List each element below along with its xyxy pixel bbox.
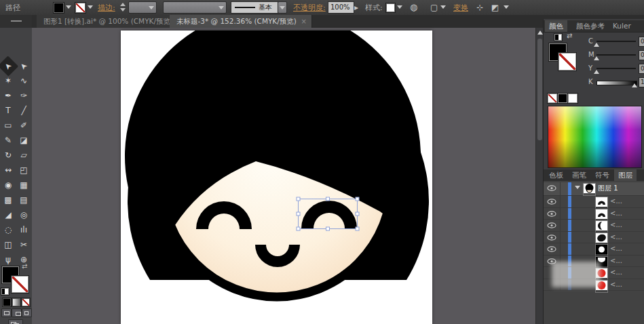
slider-value[interactable]: 0 (639, 50, 644, 60)
layer-label[interactable]: <... (610, 281, 622, 288)
select-similar-dropdown-icon[interactable] (440, 5, 446, 9)
visibility-cell[interactable] (544, 182, 561, 195)
layer-label[interactable]: <... (610, 209, 622, 217)
artboard-tool[interactable]: ◫ (1, 238, 16, 252)
perspective-grid-tool[interactable]: ▦ (16, 178, 31, 193)
layer-thumbnail[interactable] (583, 183, 596, 196)
fill-dropdown-icon[interactable] (66, 5, 71, 9)
column-graph-tool[interactable]: ılı (16, 223, 31, 237)
slider-track[interactable] (596, 54, 636, 56)
slider-value[interactable]: 100 (639, 77, 644, 87)
layer-item-row[interactable]: <... (544, 232, 644, 244)
blend-tool[interactable]: ◎ (16, 208, 31, 222)
magic-wand-tool[interactable]: ✶ (1, 74, 16, 88)
style-swatch[interactable] (385, 3, 396, 13)
slider-track[interactable] (596, 41, 636, 42)
expand-triangle-icon[interactable] (575, 186, 580, 189)
layer-label[interactable]: 图层 1 (598, 184, 618, 193)
stroke-swatch[interactable] (12, 276, 29, 293)
slice-tool[interactable]: ✂ (16, 238, 31, 252)
opacity-expand-arrow[interactable]: ▸ (354, 2, 358, 13)
slider-knob[interactable] (594, 70, 599, 74)
transform-link[interactable]: 变换 (453, 3, 468, 13)
paintbrush-tool[interactable]: ✐ (16, 119, 31, 133)
select-similar-icon[interactable]: ▢ (430, 2, 438, 13)
tab-color[interactable]: 颜色 (545, 20, 567, 32)
layer-item-row[interactable]: <... (544, 208, 644, 220)
stroke-weight-select[interactable] (128, 1, 157, 14)
opacity-link[interactable]: 不透明度: (293, 3, 326, 13)
draw-behind-button[interactable] (12, 308, 22, 317)
screen-mode-button[interactable] (8, 319, 23, 324)
isolate-icon[interactable]: ◩ (491, 2, 499, 13)
layer-row[interactable]: 图层 1 (544, 182, 644, 196)
tab-color-guide[interactable]: 颜色参考 (572, 20, 609, 32)
lasso-tool[interactable]: ∿ (16, 74, 31, 88)
visibility-cell[interactable] (544, 232, 561, 243)
brush-dropdown-button[interactable] (278, 1, 287, 14)
slider-knob[interactable] (632, 83, 637, 87)
none-button[interactable] (21, 298, 31, 307)
line-segment-tool[interactable]: ╱ (16, 104, 31, 118)
draw-normal-button[interactable] (1, 308, 12, 317)
scale-tool[interactable]: ▱ (16, 148, 31, 163)
recolor-artwork-icon[interactable]: ◍ (410, 2, 417, 13)
layer-label[interactable]: <... (610, 233, 622, 241)
opacity-input[interactable]: 100% (328, 1, 354, 14)
layer-item-row[interactable]: <... (544, 243, 644, 256)
document-tab-2[interactable]: 未标题-3* @ 152.36% (CMYK/预览) × (170, 15, 312, 28)
color-button[interactable] (2, 298, 12, 307)
tab-kuler[interactable]: Kuler (609, 20, 635, 32)
scrollbar-thumb[interactable] (537, 39, 542, 140)
brush-definition-box[interactable]: 基本 (231, 1, 278, 14)
slider-value[interactable]: 0 (639, 37, 644, 47)
width-tool[interactable]: ↭ (1, 163, 16, 178)
layer-item-row[interactable]: <... (544, 220, 644, 232)
scroll-up-icon[interactable] (537, 31, 543, 35)
layer-label[interactable]: <... (610, 257, 622, 264)
curvature-pen-tool[interactable]: ✑ (16, 89, 31, 103)
layer-label[interactable]: <... (610, 197, 622, 205)
slider-track[interactable] (596, 68, 636, 69)
visibility-cell[interactable] (544, 243, 561, 255)
gradient-tool[interactable]: ▤ (16, 193, 31, 207)
artwork-canvas[interactable] (121, 31, 432, 324)
layer-label[interactable]: <... (610, 268, 622, 276)
draw-inside-button[interactable] (22, 308, 32, 317)
slider-value[interactable]: 0 (639, 64, 644, 74)
default-fill-stroke-icon[interactable] (1, 288, 9, 295)
slider-knob[interactable] (594, 56, 599, 60)
none-swatch[interactable] (548, 94, 557, 103)
white-swatch[interactable] (568, 94, 577, 103)
pen-tool[interactable]: ✒ (1, 89, 16, 103)
shape-builder-tool[interactable]: ◉ (1, 178, 16, 193)
tab-swatches[interactable]: 色板 (545, 169, 567, 181)
document-tab-1[interactable]: 图形1 [转换].ai* @ 100% (CMYK/预览) × (37, 15, 189, 28)
slider-knob[interactable] (594, 43, 599, 47)
layer-label[interactable]: <... (610, 245, 622, 252)
tools-panel-header[interactable] (0, 15, 32, 28)
rotate-tool[interactable]: ↻ (1, 148, 16, 163)
visibility-cell[interactable] (544, 220, 561, 231)
stroke-profile-select[interactable] (163, 1, 227, 14)
swap-fill-stroke-icon[interactable]: ⇄ (22, 261, 27, 272)
rectangle-tool[interactable]: ▭ (1, 119, 16, 133)
stroke-color-swatch[interactable] (75, 2, 86, 14)
pencil-tool[interactable]: ✎ (1, 134, 16, 148)
stroke-link[interactable]: 描边: (98, 3, 115, 13)
free-transform-tool[interactable]: ◰ (16, 163, 31, 178)
eyedropper-tool[interactable]: ◢ (1, 208, 16, 222)
black-swatch[interactable] (558, 94, 567, 103)
visibility-cell[interactable] (544, 208, 561, 220)
type-tool[interactable]: T (1, 104, 16, 118)
close-tab-icon[interactable]: × (301, 15, 306, 28)
hand-tool[interactable]: ψ (1, 253, 16, 267)
stroke-weight-stepper[interactable] (120, 2, 126, 12)
fill-color-swatch[interactable] (53, 2, 64, 14)
tab-layers[interactable]: 图层 (614, 169, 637, 181)
layer-label[interactable]: <... (610, 221, 622, 228)
color-spectrum-ramp[interactable] (548, 106, 642, 168)
tab-symbols[interactable]: 符号 (591, 169, 613, 181)
control-options-dropdown-icon[interactable] (504, 5, 509, 9)
eraser-tool[interactable]: ◪ (16, 134, 31, 148)
